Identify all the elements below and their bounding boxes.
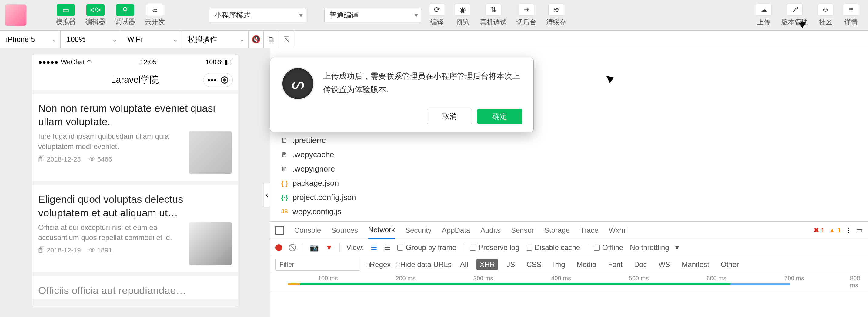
filter-icon[interactable]: ▼ [326, 243, 333, 252]
filter-all[interactable]: All [457, 259, 471, 270]
rotate-icon[interactable]: ⧉ [264, 31, 279, 48]
file-item[interactable]: JSwepy.config.js [270, 204, 868, 219]
kebab-icon[interactable]: ⋮ [845, 226, 852, 234]
filter-css[interactable]: CSS [523, 259, 544, 270]
tab-wxml[interactable]: Wxml [609, 222, 627, 239]
feed-card[interactable]: Eligendi quod voluptas delectus voluptat… [32, 185, 238, 272]
clear-cache-button[interactable]: ≋清缓存 [542, 2, 570, 28]
file-name: package.json [292, 179, 339, 188]
tab-console[interactable]: Console [294, 222, 321, 239]
zoom-select[interactable]: 100% [61, 31, 121, 48]
cloud-button[interactable]: ∞ 云开发 [141, 3, 168, 28]
tab-sensor[interactable]: Sensor [511, 222, 534, 239]
tab-network[interactable]: Network [368, 221, 395, 239]
network-timeline[interactable]: 100 ms 200 ms 300 ms 400 ms 500 ms 600 m… [270, 273, 868, 291]
dock-icon[interactable]: ▭ [856, 226, 863, 234]
compile-button[interactable]: ⟳编译 [425, 2, 449, 28]
close-target-icon[interactable] [221, 76, 228, 84]
view-list-icon[interactable]: ☰ [371, 243, 377, 252]
device-select[interactable]: iPhone 5 [0, 31, 61, 48]
view-label: View: [346, 243, 364, 252]
background-button[interactable]: ⇥切后台 [512, 2, 541, 28]
warning-badge[interactable]: ▲ 1 [829, 226, 841, 234]
simulator-bar: iPhone 5 100% WiFi 模拟操作 🔇 ⧉ ⇱ [0, 30, 868, 49]
view-frame-icon[interactable]: ☱ [384, 243, 391, 252]
filter-js[interactable]: JS [503, 259, 518, 270]
devtools: Console Sources Network Security AppData… [270, 221, 868, 317]
tab-sources[interactable]: Sources [331, 222, 358, 239]
feed[interactable]: Non non rerum voluptate eveniet quasi ul… [32, 91, 238, 307]
inspect-icon[interactable] [276, 226, 284, 234]
tab-storage[interactable]: Storage [544, 222, 570, 239]
sim-ops-select[interactable]: 模拟操作 [182, 31, 249, 48]
file-item[interactable]: 🗎.prettierrc [270, 133, 868, 148]
version-button[interactable]: ⎇版本管理 [777, 2, 812, 28]
error-badge[interactable]: ✖ 1 [813, 226, 824, 234]
preserve-log-checkbox[interactable]: Preserve log [470, 243, 520, 252]
regex-checkbox[interactable]: Regex [366, 260, 391, 269]
debugger-button[interactable]: ⚲ 调试器 [112, 3, 139, 28]
filter-xhr[interactable]: XHR [476, 259, 498, 270]
feed-card[interactable]: Non non rerum voluptate eveniet quasi ul… [32, 94, 238, 181]
file-item[interactable]: {·}project.config.json [270, 190, 868, 204]
upload-button[interactable]: ☁上传 [752, 2, 776, 28]
preview-label: 预览 [456, 18, 469, 27]
file-item[interactable]: 🗎.wepyignore [270, 162, 868, 176]
view-tool-group: ▭ 模拟器 </> 编辑器 ⚲ 调试器 ∞ 云开发 [52, 3, 168, 28]
preview-button[interactable]: ◉预览 [451, 2, 475, 28]
filter-input[interactable] [276, 258, 360, 271]
tab-security[interactable]: Security [405, 222, 432, 239]
community-button[interactable]: ☺社区 [813, 2, 838, 28]
mute-icon[interactable]: 🔇 [249, 31, 264, 48]
camera-icon[interactable]: 📷 [310, 243, 319, 252]
cancel-button[interactable]: 取消 [427, 109, 472, 124]
network-select[interactable]: WiFi [121, 31, 182, 48]
offline-checkbox[interactable]: Offline [594, 243, 623, 252]
disable-cache-checkbox[interactable]: Disable cache [526, 243, 580, 252]
feed-card[interactable]: Officiis officia aut repudiandae… [32, 276, 238, 299]
details-button[interactable]: ≡详情 [839, 2, 863, 28]
tab-trace[interactable]: Trace [580, 222, 598, 239]
timeline-tick: 800 ms [850, 275, 868, 289]
tab-audits[interactable]: Audits [480, 222, 501, 239]
clear-button[interactable] [289, 244, 296, 251]
remote-debug-label: 真机调试 [480, 18, 507, 27]
community-label: 社区 [819, 18, 832, 27]
card-title: Officiis officia aut repudiandae… [38, 284, 231, 297]
file-item[interactable]: 🗎.wepycache [270, 148, 868, 162]
filter-other[interactable]: Other [718, 259, 742, 270]
capsule-separator [219, 76, 219, 84]
compile-mode-dropdown[interactable]: 普通编译 [324, 8, 421, 23]
throttling-select[interactable]: No throttling ▾ [630, 243, 679, 252]
filter-manifest[interactable]: Manifest [679, 259, 712, 270]
remote-debug-button[interactable]: ⇅真机调试 [476, 2, 511, 28]
ok-button[interactable]: 确定 [477, 109, 523, 124]
popout-icon[interactable]: ⇱ [279, 31, 294, 48]
status-time: 12:05 [91, 58, 206, 66]
file-item[interactable]: { }package.json [270, 176, 868, 190]
simulator-button[interactable]: ▭ 模拟器 [52, 3, 80, 28]
menu-dots-icon[interactable]: ••• [208, 76, 217, 84]
carrier-label: WeChat [61, 58, 85, 66]
background-label: 切后台 [517, 18, 536, 27]
collapse-handle[interactable]: ‹ [264, 183, 270, 207]
record-button[interactable] [276, 244, 282, 251]
card-meta: 🗐 2018-12-23 👁 6466 [38, 156, 184, 163]
tab-appdata[interactable]: AppData [442, 222, 470, 239]
hide-data-urls-checkbox[interactable]: Hide data URLs [396, 260, 451, 269]
phone-icon: ▭ [57, 4, 75, 16]
filter-font[interactable]: Font [605, 259, 625, 270]
carrier: ●●●●●WeChat⌔ [38, 58, 91, 66]
filter-img[interactable]: Img [550, 259, 568, 270]
mode-dropdown[interactable]: 小程序模式 [209, 8, 306, 23]
menu-icon: ≡ [843, 4, 859, 16]
filter-ws[interactable]: WS [655, 259, 674, 270]
filter-doc[interactable]: Doc [631, 259, 650, 270]
file-icon: 🗎 [280, 165, 289, 173]
file-icon: 🗎 [280, 151, 289, 159]
editor-button[interactable]: </> 编辑器 [82, 3, 109, 28]
avatar[interactable] [5, 4, 27, 26]
filter-media[interactable]: Media [574, 259, 599, 270]
group-by-frame-checkbox[interactable]: Group by frame [397, 243, 457, 252]
devtools-tabs: Console Sources Network Security AppData… [270, 222, 868, 239]
